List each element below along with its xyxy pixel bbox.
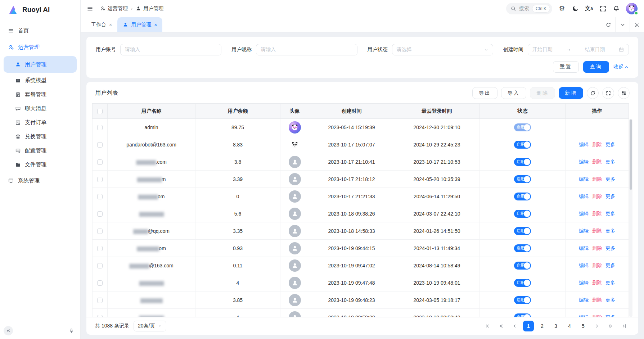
delete-link[interactable]: 删除 bbox=[592, 228, 602, 234]
tab-users[interactable]: 用户管理× bbox=[117, 17, 162, 32]
delete-link[interactable]: 删除 bbox=[592, 159, 602, 164]
account-input[interactable]: 请输入 bbox=[120, 44, 221, 55]
status-toggle[interactable]: 启用 bbox=[514, 262, 531, 270]
row-checkbox[interactable] bbox=[97, 159, 103, 165]
edit-link[interactable]: 编辑 bbox=[579, 142, 589, 147]
menu-toggle-icon[interactable] bbox=[85, 5, 95, 12]
sidebar-item-users[interactable]: 用户管理 bbox=[4, 56, 77, 73]
status-toggle[interactable]: 启用 bbox=[514, 158, 531, 166]
more-link[interactable]: 更多 bbox=[605, 297, 615, 303]
row-checkbox[interactable] bbox=[97, 211, 103, 217]
tab-workbench[interactable]: 工作台× bbox=[86, 17, 117, 32]
sidebar-item-system[interactable]: 系统管理 bbox=[4, 173, 77, 188]
table-scrollbar[interactable] bbox=[629, 119, 632, 317]
refresh-page-icon[interactable] bbox=[601, 17, 615, 32]
delete-link[interactable]: 删除 bbox=[592, 280, 602, 285]
more-link[interactable]: 更多 bbox=[605, 280, 615, 285]
page-number-4[interactable]: 4 bbox=[564, 321, 575, 331]
brand-logo[interactable]: Ruoyi AI bbox=[0, 0, 80, 19]
status-toggle[interactable]: 启用 bbox=[514, 313, 531, 317]
delete-link[interactable]: 删除 bbox=[592, 315, 602, 317]
reset-button[interactable]: 重置 bbox=[553, 61, 579, 73]
sidebar-item-orders[interactable]: 支付订单 bbox=[4, 116, 77, 130]
sidebar-item-exchange[interactable]: 兑换管理 bbox=[4, 130, 77, 144]
add-user-button[interactable]: 新增 bbox=[559, 87, 583, 99]
edit-link[interactable]: 编辑 bbox=[579, 315, 589, 317]
collapse-sidebar-button[interactable] bbox=[4, 326, 13, 335]
status-toggle[interactable]: 启用 bbox=[514, 123, 531, 131]
edit-link[interactable]: 编辑 bbox=[579, 211, 589, 216]
row-checkbox[interactable] bbox=[97, 280, 103, 286]
page-number-5[interactable]: 5 bbox=[578, 321, 589, 331]
more-link[interactable]: 更多 bbox=[605, 228, 615, 234]
sidebar-group-operations[interactable]: 运营管理 bbox=[4, 40, 77, 55]
more-link[interactable]: 更多 bbox=[605, 176, 615, 182]
edit-link[interactable]: 编辑 bbox=[579, 176, 589, 182]
prev-page-button[interactable] bbox=[509, 321, 520, 331]
user-avatar[interactable] bbox=[626, 3, 638, 14]
breadcrumb-operations[interactable]: 运营管理 bbox=[100, 5, 128, 12]
delete-link[interactable]: 删除 bbox=[592, 142, 602, 147]
row-checkbox[interactable] bbox=[97, 194, 103, 199]
date-range-picker[interactable]: 开始日期 结束日期 bbox=[528, 44, 629, 55]
more-link[interactable]: 更多 bbox=[605, 211, 615, 216]
row-checkbox[interactable] bbox=[97, 229, 103, 234]
edit-link[interactable]: 编辑 bbox=[579, 280, 589, 285]
close-tab-icon[interactable]: × bbox=[109, 22, 112, 28]
delete-link[interactable]: 删除 bbox=[592, 176, 602, 182]
edit-link[interactable]: 编辑 bbox=[579, 297, 589, 303]
language-icon[interactable]: 文A bbox=[585, 5, 593, 12]
delete-button[interactable]: 删除 bbox=[530, 87, 555, 99]
dark-mode-moon-icon[interactable] bbox=[572, 5, 579, 12]
breadcrumb-users[interactable]: 用户管理 bbox=[136, 5, 163, 12]
page-size-select[interactable]: 20条/页 bbox=[134, 321, 166, 331]
delete-link[interactable]: 删除 bbox=[592, 263, 602, 268]
page-number-3[interactable]: 3 bbox=[550, 321, 561, 331]
more-link[interactable]: 更多 bbox=[605, 263, 615, 268]
status-toggle[interactable]: 启用 bbox=[514, 279, 531, 287]
status-toggle[interactable]: 启用 bbox=[514, 227, 531, 235]
delete-link[interactable]: 删除 bbox=[592, 211, 602, 216]
fullscreen-icon[interactable] bbox=[599, 5, 607, 12]
more-link[interactable]: 更多 bbox=[605, 245, 615, 251]
sidebar-item-home[interactable]: 首页 bbox=[4, 23, 77, 38]
scrollbar-thumb[interactable] bbox=[630, 119, 632, 190]
maximize-content-icon[interactable] bbox=[630, 17, 644, 32]
refresh-table-icon[interactable] bbox=[587, 87, 599, 99]
global-search[interactable]: 搜索 Ctrl K bbox=[506, 3, 552, 14]
status-toggle[interactable]: 启用 bbox=[514, 296, 531, 304]
delete-link[interactable]: 删除 bbox=[592, 194, 602, 199]
page-number-1[interactable]: 1 bbox=[523, 321, 534, 331]
more-link[interactable]: 更多 bbox=[605, 142, 615, 147]
more-link[interactable]: 更多 bbox=[605, 315, 615, 317]
column-settings-icon[interactable] bbox=[618, 87, 630, 99]
import-button[interactable]: 导入 bbox=[501, 87, 526, 99]
row-checkbox[interactable] bbox=[97, 298, 103, 303]
status-toggle[interactable]: 启用 bbox=[514, 193, 531, 200]
edit-link[interactable]: 编辑 bbox=[579, 263, 589, 268]
notifications-bell-icon[interactable] bbox=[613, 5, 620, 12]
row-checkbox[interactable] bbox=[97, 125, 103, 130]
page-number-2[interactable]: 2 bbox=[537, 321, 548, 331]
last-page-button[interactable] bbox=[619, 321, 630, 331]
edit-link[interactable]: 编辑 bbox=[579, 194, 589, 199]
status-select[interactable]: 请选择 bbox=[392, 44, 493, 55]
prev-group-button[interactable] bbox=[496, 321, 506, 331]
row-checkbox[interactable] bbox=[97, 315, 103, 317]
next-page-button[interactable] bbox=[591, 321, 602, 331]
sidebar-item-config[interactable]: 配置管理 bbox=[4, 144, 77, 158]
next-group-button[interactable] bbox=[605, 321, 616, 331]
select-all-checkbox[interactable] bbox=[97, 109, 103, 114]
collapse-filters-link[interactable]: 收起 bbox=[613, 64, 629, 70]
settings-gear-icon[interactable]: ⚙ bbox=[558, 5, 566, 12]
sidebar-item-files[interactable]: 文件管理 bbox=[4, 158, 77, 172]
export-button[interactable]: 导出 bbox=[472, 87, 497, 99]
status-toggle[interactable]: 启用 bbox=[514, 210, 531, 218]
query-button[interactable]: 查询 bbox=[583, 61, 609, 73]
status-toggle[interactable]: 启用 bbox=[514, 141, 531, 149]
pin-icon[interactable] bbox=[68, 328, 75, 334]
nickname-input[interactable]: 请输入 bbox=[256, 44, 357, 55]
edit-link[interactable]: 编辑 bbox=[579, 228, 589, 234]
edit-link[interactable]: 编辑 bbox=[579, 159, 589, 164]
delete-link[interactable]: 删除 bbox=[592, 297, 602, 303]
